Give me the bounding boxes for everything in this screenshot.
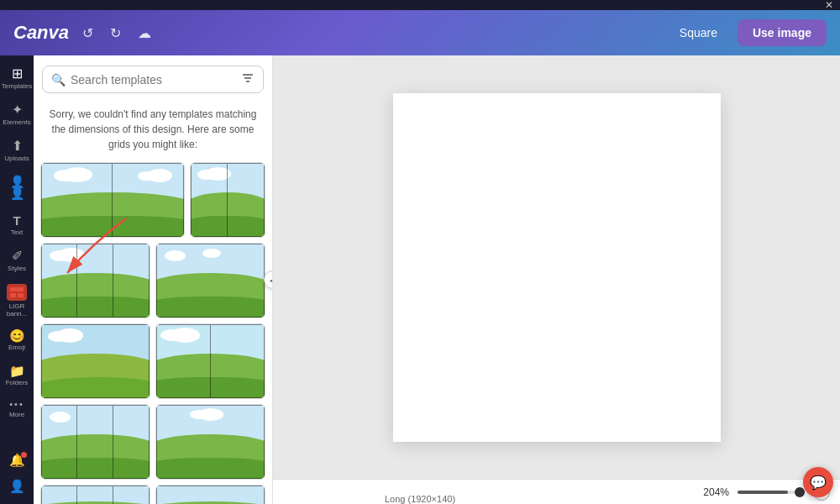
template-card-5[interactable] xyxy=(40,323,150,399)
search-input[interactable] xyxy=(71,73,236,87)
sidebar-item-templates-label: Templates xyxy=(2,82,32,90)
canva-logo[interactable]: Canva xyxy=(13,22,69,44)
elements-icon: ✦ xyxy=(12,103,23,117)
close-icon[interactable]: ✕ xyxy=(825,0,833,10)
sidebar-item-text-label: Text xyxy=(11,228,24,236)
template-card-2[interactable] xyxy=(190,162,265,238)
more-icon: ••• xyxy=(9,400,24,409)
zoom-slider-fill xyxy=(738,491,788,494)
search-icon: 🔍 xyxy=(51,73,66,87)
template-card-10[interactable] xyxy=(155,485,265,504)
template-card-7[interactable] xyxy=(40,404,150,480)
chat-button[interactable]: 💬 xyxy=(803,467,833,497)
sidebar-item-styles-label: Styles xyxy=(8,265,26,272)
dimension-label: Long (1920×140) xyxy=(385,494,455,504)
svg-rect-1 xyxy=(10,287,24,291)
folders-icon: 📁 xyxy=(9,365,25,377)
sidebar-item-styles[interactable]: ✐ Styles xyxy=(2,244,32,277)
sidebar-item-more-label: More xyxy=(9,411,24,418)
zoom-level: 204% xyxy=(703,486,729,498)
sidebar-item-ligr-label: LIGR bann... xyxy=(3,302,30,318)
sidebar-item-emoji[interactable]: 😊 Emoji xyxy=(2,324,32,356)
template-card-4[interactable] xyxy=(155,243,265,318)
app-header: Canva ↺ ↻ ☁ Square Use image xyxy=(0,10,840,55)
ligr-banner-icon xyxy=(7,284,27,301)
account-icon: 👤 xyxy=(9,480,25,492)
sorry-message: Sorry, we couldn't find any templates ma… xyxy=(34,100,272,162)
template-row-5 xyxy=(40,485,265,504)
header-right: Square Use image xyxy=(669,19,827,46)
sidebar-item-templates[interactable]: ⊞ Templates xyxy=(2,62,32,95)
sidebar-item-uploads[interactable]: ⬆ Uploads xyxy=(2,134,32,167)
templates-icon: ⊞ xyxy=(12,67,23,81)
photos-icon: 👤👤 xyxy=(5,176,29,199)
template-card-1[interactable] xyxy=(40,162,185,238)
styles-icon: ✐ xyxy=(12,249,23,263)
zoom-slider[interactable] xyxy=(738,491,805,494)
template-card-8[interactable] xyxy=(155,404,265,480)
template-row-2 xyxy=(40,243,265,318)
use-image-button[interactable]: Use image xyxy=(738,19,827,46)
sidebar-item-elements[interactable]: ✦ Elements xyxy=(2,98,32,131)
bottom-bar: 204% ? xyxy=(273,479,840,504)
chat-icon: 💬 xyxy=(810,475,827,491)
template-card-9[interactable] xyxy=(40,485,150,504)
text-icon: T xyxy=(13,214,20,227)
sidebar-item-account[interactable]: 👤 xyxy=(2,475,32,497)
search-container: 🔍 xyxy=(42,66,264,93)
template-row-1 xyxy=(40,162,265,238)
canvas-document xyxy=(393,93,721,442)
sidebar-item-ligr-banner[interactable]: LIGR bann... xyxy=(2,281,32,321)
template-row-3 xyxy=(40,323,265,399)
square-button[interactable]: Square xyxy=(669,21,727,45)
sidebar-item-notifications[interactable]: 🔔 xyxy=(2,449,32,471)
sidebar-item-uploads-label: Uploads xyxy=(4,155,29,162)
zoom-thumb[interactable] xyxy=(795,487,805,497)
svg-rect-2 xyxy=(10,293,16,297)
filter-button[interactable] xyxy=(241,71,255,87)
emoji-icon: 😊 xyxy=(9,329,25,342)
template-card-3[interactable] xyxy=(40,243,150,318)
sidebar-item-folders[interactable]: 📁 Folders xyxy=(2,360,32,391)
template-row-4 xyxy=(40,404,265,480)
sidebar-item-photos[interactable]: 👤👤 xyxy=(2,171,32,206)
sidebar-item-text[interactable]: T Text xyxy=(2,209,32,241)
search-bar: 🔍 xyxy=(34,55,272,100)
svg-rect-3 xyxy=(18,293,24,297)
sidebar-item-more[interactable]: ••• More xyxy=(2,395,32,423)
template-grid xyxy=(34,162,272,504)
redo-button[interactable]: ↻ xyxy=(107,22,124,45)
sidebar-item-folders-label: Folders xyxy=(6,379,29,386)
panel-sidebar: 🔍 Sorry, we couldn't find any templates … xyxy=(34,55,273,504)
icon-sidebar: ⊞ Templates ✦ Elements ⬆ Uploads 👤👤 T Te… xyxy=(0,55,34,504)
template-card-6[interactable] xyxy=(155,323,265,399)
canvas-area xyxy=(273,55,840,479)
sidebar-item-elements-label: Elements xyxy=(3,118,30,126)
header-left: Canva ↺ ↻ ☁ xyxy=(13,22,155,45)
save-button[interactable]: ☁ xyxy=(134,22,155,45)
uploads-icon: ⬆ xyxy=(12,139,23,153)
undo-button[interactable]: ↺ xyxy=(79,22,97,45)
sidebar-item-emoji-label: Emoji xyxy=(8,344,25,351)
window-topbar: ✕ xyxy=(0,0,840,10)
